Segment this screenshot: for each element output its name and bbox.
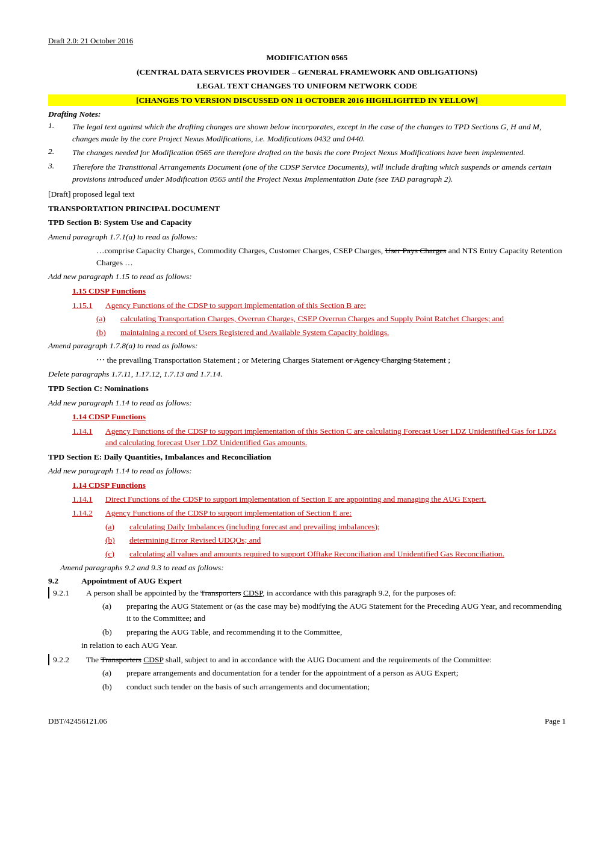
cdsp-1142-e-row: 1.14.2 Agency Functions of the CDSP to s… xyxy=(72,507,566,519)
nine-two-two-row: 9.2.2 The Transporters CDSP shall, subje… xyxy=(48,654,566,666)
drafting-item-1: 1. The legal text against which the draf… xyxy=(48,121,566,144)
nine-two-one-end: in relation to each AUG Year. xyxy=(81,639,566,651)
sub-9c: (a) prepare arrangements and documentati… xyxy=(102,667,566,679)
tpd-title: TRANSPORTATION PRINCIPAL DOCUMENT xyxy=(48,203,566,215)
amend-178: Amend paragraph 1.7.8(a) to read as foll… xyxy=(48,340,566,352)
add-114-c: Add new paragraph 1.14 to read as follow… xyxy=(48,397,566,409)
sub-c2-cdsp: (c) calculating all values and amounts r… xyxy=(105,548,566,560)
cdsp-1151-row: 1.15.1 Agency Functions of the CDSP to s… xyxy=(72,300,566,312)
sub-9d: (b) conduct such tender on the basis of … xyxy=(102,681,566,693)
add-114-e: Add new paragraph 1.14 to read as follow… xyxy=(48,465,566,477)
draft-line: Draft 2.0: 21 October 2016 xyxy=(48,36,566,46)
amend-92-93: Amend paragraphs 9.2 and 9.3 to read as … xyxy=(60,562,566,574)
footer-ref: DBT/42456121.06 xyxy=(48,716,107,726)
cdsp-1141-c-row: 1.14.1 Agency Functions of the CDSP to s… xyxy=(72,425,566,449)
nine-two-num: 9.2 xyxy=(48,576,81,586)
nine-two-heading-row: 9.2 Appointment of AUG Expert xyxy=(48,576,566,586)
delete-para: Delete paragraphs 1.7.11, 1.17.12, 1.7.1… xyxy=(48,368,566,380)
footer-page: Page 1 xyxy=(545,716,566,726)
section-c-title: TPD Section C: Nominations xyxy=(48,383,566,395)
bar-container-add-115: Add new paragraph 1.15 to read as follow… xyxy=(48,271,566,338)
sub-b-cdsp: (b) maintaining a record of Users Regist… xyxy=(96,327,566,339)
footer: DBT/42456121.06 Page 1 xyxy=(48,716,566,726)
cdsp-114-e-title: 1.14 CDSP Functions xyxy=(72,479,566,491)
drafting-item-2: 2. The changes needed for Modification 0… xyxy=(48,147,566,159)
highlight-line: [CHANGES TO VERSION DISCUSSED ON 11 OCTO… xyxy=(48,94,566,106)
subtitle2: LEGAL TEXT CHANGES TO UNIFORM NETWORK CO… xyxy=(48,80,566,92)
add-115: Add new paragraph 1.15 to read as follow… xyxy=(48,271,566,283)
mod-number: MODIFICATION 0565 xyxy=(48,52,566,64)
prevailing-block: ⋯ the prevailing Transportation Statemen… xyxy=(96,354,566,366)
sub-a2-cdsp: (a) calculating Daily Imbalances (includ… xyxy=(105,521,566,533)
proposed-label: [Draft] proposed legal text xyxy=(48,188,566,200)
cdsp-1141-e-row: 1.14.1 Direct Functions of the CDSP to s… xyxy=(72,493,566,505)
sub-9b: (b) preparing the AUG Table, and recomme… xyxy=(102,626,566,638)
ellipsis-block: …comprise Capacity Charges, Commodity Ch… xyxy=(96,245,566,268)
section-b-title: TPD Section B: System Use and Capacity xyxy=(48,217,566,229)
section-e-title: TPD Section E: Daily Quantities, Imbalan… xyxy=(48,451,566,463)
cdsp-115-title: 1.15 CDSP Functions xyxy=(72,285,566,297)
cdsp-114-title: 1.14 CDSP Functions xyxy=(72,411,566,423)
subtitle1: (CENTRAL DATA SERVICES PROVIDER – GENERA… xyxy=(48,66,566,78)
sub-b2-cdsp: (b) determining Error Revised UDQOs; and xyxy=(105,534,566,546)
sub-a-cdsp: (a) calculating Transportation Charges, … xyxy=(96,313,566,325)
nine-two-one-row: 9.2.1 A person shall be appointed by the… xyxy=(48,587,566,599)
drafting-label: Drafting Notes: xyxy=(48,109,101,119)
amend-1: Amend paragraph 1.7.1(a) to read as foll… xyxy=(48,231,566,243)
drafting-item-3: 3. Therefore the Transitional Arrangemen… xyxy=(48,161,566,185)
sub-9a: (a) preparing the AUG Statement or (as t… xyxy=(102,600,566,624)
nine-two-heading: Appointment of AUG Expert xyxy=(81,576,182,586)
